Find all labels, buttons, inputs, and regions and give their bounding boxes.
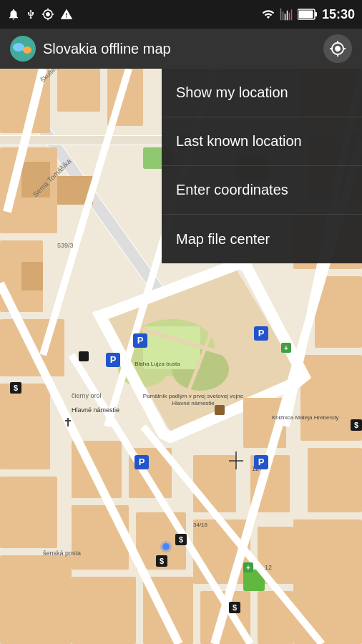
- svg-rect-42: [193, 455, 236, 512]
- svg-text:$: $: [179, 535, 183, 544]
- svg-rect-18: [0, 477, 57, 548]
- svg-point-5: [23, 47, 31, 54]
- svg-text:$: $: [160, 557, 164, 565]
- svg-rect-17: [0, 384, 50, 469]
- gps-icon: [41, 8, 54, 21]
- app-logo: [10, 36, 36, 62]
- svg-rect-12: [57, 69, 100, 112]
- battery-icon: [298, 9, 318, 20]
- svg-text:34/16: 34/16: [193, 522, 208, 528]
- svg-text:Blaha Lujza busta: Blaha Lujza busta: [134, 361, 180, 367]
- svg-point-4: [13, 43, 24, 52]
- wifi-icon: [262, 8, 275, 21]
- warning-icon: [60, 8, 73, 21]
- crosshair-icon: [329, 40, 346, 57]
- svg-text:P: P: [137, 335, 144, 346]
- svg-text:+: +: [284, 344, 288, 352]
- svg-text:čierny orol: čierny orol: [72, 392, 102, 399]
- show-my-location-label: Show my location: [176, 84, 288, 101]
- svg-text:12: 12: [265, 564, 272, 571]
- svg-text:Hlavné námestie: Hlavné námestie: [72, 406, 119, 414]
- svg-rect-19: [0, 555, 72, 644]
- svg-text:P: P: [258, 328, 265, 338]
- status-icons-left: [7, 8, 73, 21]
- svg-text:+: +: [246, 564, 250, 572]
- svg-text:Pamätník padlým v prvej svetov: Pamätník padlým v prvej svetovej vojne: [143, 393, 244, 399]
- map-file-center-item[interactable]: Map file center: [162, 215, 362, 263]
- enter-coordinates-item[interactable]: Enter coordinates: [162, 166, 362, 215]
- last-known-location-label: Last known location: [176, 133, 302, 150]
- svg-text:$: $: [14, 384, 18, 392]
- svg-rect-1: [315, 12, 317, 16]
- map-file-center-label: Map file center: [176, 231, 270, 248]
- show-my-location-item[interactable]: Show my location: [162, 69, 362, 117]
- status-time: 15:30: [322, 7, 355, 22]
- status-icons-right: 15:30: [262, 7, 355, 22]
- svg-text:šenská posta: šenská posta: [43, 550, 81, 557]
- svg-text:P: P: [110, 354, 117, 365]
- svg-text:539/3: 539/3: [57, 242, 74, 249]
- status-bar: 15:30: [0, 0, 362, 29]
- svg-rect-40: [72, 505, 129, 570]
- svg-rect-2: [298, 11, 313, 19]
- last-known-location-item[interactable]: Last known location: [162, 117, 362, 166]
- svg-text:$: $: [354, 421, 358, 429]
- svg-text:$: $: [233, 603, 237, 612]
- app-bar-left: Slovakia offline map: [10, 36, 171, 62]
- notification-icon: [7, 8, 20, 21]
- svg-text:Knižnica Mateja Hrebendy: Knižnica Mateja Hrebendy: [272, 414, 338, 421]
- svg-text:P: P: [139, 457, 145, 467]
- map-container[interactable]: P P P P P Sema Tomášika 539/3 čierny oro…: [0, 69, 362, 644]
- svg-rect-74: [215, 405, 225, 415]
- svg-rect-25: [308, 448, 362, 512]
- enter-coordinates-label: Enter coordinates: [176, 182, 288, 198]
- svg-rect-29: [21, 262, 43, 291]
- svg-text:Hlavné námestie: Hlavné námestie: [172, 400, 215, 406]
- app-bar: Slovakia offline map: [0, 29, 362, 69]
- my-location-button[interactable]: [323, 34, 352, 63]
- svg-rect-47: [72, 577, 136, 644]
- svg-rect-73: [79, 351, 89, 361]
- signal-icon: [279, 8, 293, 21]
- svg-text:12: 12: [252, 465, 259, 472]
- dropdown-menu: Show my location Last known location Ent…: [162, 69, 362, 263]
- usb-icon: [26, 8, 36, 21]
- app-title: Slovakia offline map: [43, 41, 171, 57]
- svg-point-103: [160, 541, 172, 552]
